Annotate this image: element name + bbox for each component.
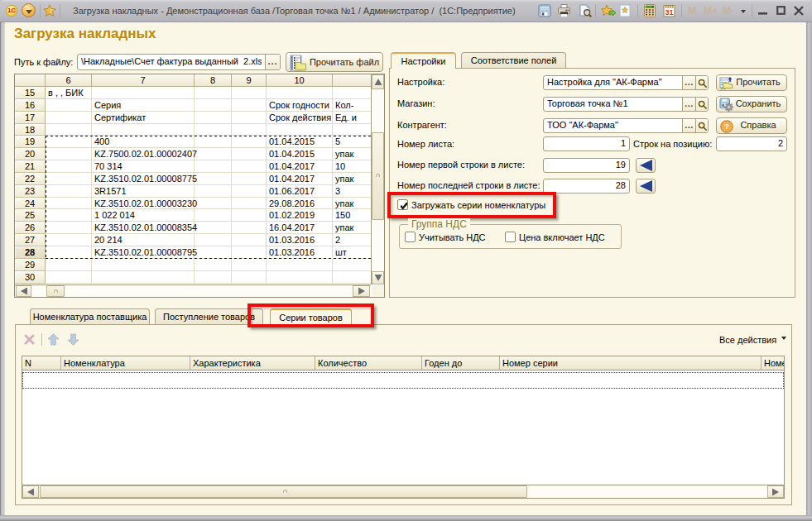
cell[interactable] [195, 136, 232, 148]
cell[interactable]: 70 314 [92, 160, 195, 173]
cell[interactable] [46, 148, 92, 160]
cell[interactable] [232, 124, 267, 136]
row-header[interactable]: 29 [15, 259, 46, 271]
cell[interactable]: Ед. и [333, 112, 371, 124]
cell[interactable] [46, 222, 92, 234]
cell[interactable] [46, 246, 92, 259]
spreadsheet-row[interactable]: 30 [15, 271, 371, 284]
cell[interactable] [195, 112, 232, 124]
cell[interactable] [195, 198, 232, 210]
cell[interactable]: 29.08.2016 [267, 198, 333, 210]
series-hscrollbar[interactable] [22, 485, 785, 499]
cell[interactable] [232, 148, 267, 160]
spreadsheet-row[interactable]: 18 [15, 124, 371, 136]
cell[interactable]: в , , БИК [46, 87, 92, 99]
add-favorite-icon[interactable] [601, 4, 616, 17]
cell[interactable]: Сертификат [92, 112, 195, 124]
sheet-hscroll-thumb[interactable] [46, 285, 65, 297]
cell[interactable] [232, 222, 267, 234]
cell[interactable]: 3R1571 [92, 185, 195, 198]
cell[interactable] [195, 185, 232, 198]
column-header[interactable]: 9 [232, 74, 267, 87]
column-header[interactable] [15, 74, 46, 87]
series-column-header[interactable]: Номер серии [500, 356, 762, 370]
cell[interactable] [232, 185, 267, 198]
spreadsheet-row[interactable]: 24 KZ.3510.02.01.00003230 29.08.2016 упа… [15, 198, 371, 210]
cell[interactable]: упак [333, 198, 371, 210]
cell[interactable] [195, 124, 232, 136]
column-header[interactable]: 8 [195, 74, 232, 87]
cell[interactable]: 01.04.2017 [267, 173, 333, 185]
cell[interactable] [46, 198, 92, 210]
sheet-vscroll-up-button[interactable] [372, 74, 384, 89]
row-header[interactable]: 19 [15, 136, 46, 148]
cell[interactable] [232, 136, 267, 148]
cell[interactable]: упак [333, 148, 371, 160]
cell[interactable] [46, 234, 92, 246]
cell[interactable] [267, 87, 333, 99]
file-path-browse-button[interactable]: ... [265, 55, 280, 69]
delete-row-icon[interactable] [24, 334, 35, 345]
cell[interactable] [46, 185, 92, 198]
row-header[interactable]: 27 [15, 234, 46, 246]
sheet-hscrollbar[interactable] [15, 284, 371, 297]
vat-included-checkbox[interactable] [505, 232, 516, 242]
column-header[interactable]: 7 [92, 74, 195, 87]
move-up-icon[interactable] [47, 333, 60, 346]
row-header[interactable]: 23 [15, 185, 46, 198]
read-button[interactable]: Прочитать [716, 74, 787, 91]
row-header[interactable]: 30 [15, 271, 46, 284]
spreadsheet-row[interactable]: 22 KZ.3510.02.01.00008775 01.04.2017 упа… [15, 173, 371, 185]
series-hscroll-left-button[interactable] [22, 485, 39, 498]
cell[interactable] [46, 259, 92, 271]
row-header[interactable]: 18 [15, 124, 46, 136]
cell[interactable] [92, 259, 195, 271]
favorites-star-icon[interactable] [43, 4, 56, 17]
magazin-input[interactable]: Торговая точка №1 ... [543, 97, 709, 112]
rows-per-pos-input[interactable]: 2 [716, 136, 787, 151]
spreadsheet-row[interactable]: 29 [15, 259, 371, 271]
spreadsheet-row[interactable]: 20 KZ.7500.02.01.00002407 01.04.2015 упа… [15, 148, 371, 160]
column-header[interactable]: 6 [46, 74, 92, 87]
cell[interactable] [46, 209, 92, 222]
cell[interactable]: Кол- [333, 99, 371, 112]
nastrojka-browse-button[interactable]: ... [682, 76, 695, 89]
spreadsheet-row[interactable]: 15 в , , БИК [15, 87, 371, 99]
column-header[interactable]: 10 [267, 74, 333, 87]
cell[interactable]: KZ.3510.02.01.00003230 [92, 198, 195, 210]
cell[interactable]: 01.02.2019 [267, 209, 333, 222]
cell[interactable] [195, 160, 232, 173]
minimize-button[interactable] [758, 12, 767, 15]
cell[interactable] [195, 173, 232, 185]
cell[interactable] [92, 87, 195, 99]
row-header[interactable]: 28 [15, 246, 46, 259]
cell[interactable] [46, 160, 92, 173]
read-file-button[interactable]: Прочитать файл [286, 52, 383, 72]
cell[interactable]: 400 [92, 136, 195, 148]
cell[interactable] [46, 271, 92, 284]
cell[interactable]: 20 214 [92, 234, 195, 246]
cell[interactable] [333, 124, 371, 136]
cell[interactable] [232, 271, 267, 284]
cell[interactable]: упак [333, 222, 371, 234]
sheet-vscroll-down-button[interactable] [372, 271, 384, 284]
cell[interactable]: 01.04.2015 [267, 136, 333, 148]
print-preview-icon[interactable] [579, 4, 592, 17]
kontragent-open-button[interactable] [695, 119, 708, 132]
cell[interactable] [195, 148, 232, 160]
cell[interactable] [333, 87, 371, 99]
help-button[interactable]: ? Справка [716, 117, 787, 134]
cell[interactable] [195, 222, 232, 234]
row-header[interactable]: 26 [15, 222, 46, 234]
favorites-list-icon[interactable] [619, 4, 631, 17]
magazin-open-button[interactable] [695, 98, 708, 111]
row-header[interactable]: 21 [15, 160, 46, 173]
file-path-input[interactable]: \Накладные\Счет фактура выданный 2.xls .… [77, 54, 281, 70]
cell[interactable] [232, 112, 267, 124]
first-row-input[interactable]: 19 [543, 158, 630, 173]
cell[interactable] [92, 124, 195, 136]
row-header[interactable]: 22 [15, 173, 46, 185]
cell[interactable]: упак [333, 173, 371, 185]
cell[interactable] [333, 271, 371, 284]
series-column-header[interactable]: Годен до [422, 356, 500, 370]
